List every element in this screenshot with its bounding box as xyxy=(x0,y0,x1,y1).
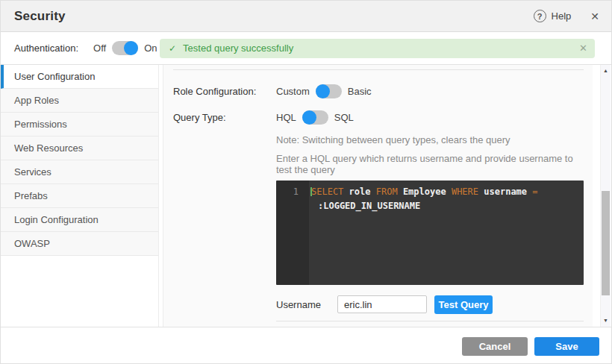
query-code-editor: 1 SELECT role FROM Employee WHERE userna… xyxy=(276,181,584,285)
save-button[interactable]: Save xyxy=(534,337,599,356)
sidebar-item-prefabs[interactable]: Prefabs xyxy=(1,184,158,208)
query-type-toggle[interactable] xyxy=(302,110,328,125)
scroll-up-icon[interactable]: ▲ xyxy=(601,66,611,75)
content-panel: Role Configuration: Custom Basic Query T… xyxy=(163,65,593,327)
sidebar: User Configuration App Roles Permissions… xyxy=(1,65,159,327)
help-icon: ? xyxy=(534,10,546,22)
toggle-knob xyxy=(302,110,316,125)
code-identifier: Employee xyxy=(403,186,446,197)
sidebar-item-label: OWASP xyxy=(14,238,50,249)
code-operator: = xyxy=(532,186,537,197)
sidebar-item-login-configuration[interactable]: Login Configuration xyxy=(1,208,158,232)
content-bottom-divider xyxy=(276,321,584,321)
code-parameter: :LOGGED_IN_USERNAME xyxy=(318,201,420,211)
authentication-off-label: Off xyxy=(93,43,106,54)
role-configuration-toggle[interactable] xyxy=(316,84,342,98)
authentication-row: Authentication: Off On ✓ Tested query su… xyxy=(1,32,611,65)
test-query-button[interactable]: Test Query xyxy=(434,295,493,314)
code-keyword: FROM xyxy=(376,186,398,197)
code-line: SELECT role FROM Employee WHERE username… xyxy=(310,185,578,199)
role-configuration-label: Role Configuration: xyxy=(173,84,276,98)
role-basic-label: Basic xyxy=(348,86,372,97)
username-input[interactable] xyxy=(337,295,427,313)
authentication-on-label: On xyxy=(144,43,157,54)
help-label: Help xyxy=(552,10,572,22)
sidebar-item-app-roles[interactable]: App Roles xyxy=(1,89,158,113)
success-banner: ✓ Tested query successfully ✕ xyxy=(160,39,595,58)
success-banner-message: Tested query successfully xyxy=(183,43,579,54)
code-identifier: role xyxy=(349,186,371,197)
code-identifier: username xyxy=(484,186,527,197)
help-button[interactable]: ? Help xyxy=(534,10,572,22)
close-icon[interactable]: ✕ xyxy=(590,10,599,22)
code-keyword: WHERE xyxy=(452,186,478,197)
footer: Cancel Save xyxy=(1,327,611,364)
sidebar-item-owasp[interactable]: OWASP xyxy=(1,232,158,256)
role-custom-label: Custom xyxy=(276,86,310,97)
query-sql-label: SQL xyxy=(334,112,354,123)
role-configuration-control: Custom Basic xyxy=(276,84,584,98)
sidebar-item-label: Login Configuration xyxy=(14,214,99,225)
sidebar-item-label: Services xyxy=(14,166,51,178)
authentication-label: Authentication: xyxy=(14,43,78,54)
success-check-icon: ✓ xyxy=(169,43,176,54)
query-note-text: Note: Switching between query types, cle… xyxy=(276,134,584,145)
banner-close-icon[interactable]: ✕ xyxy=(579,43,587,54)
code-keyword: SELECT xyxy=(311,186,343,197)
titlebar: Security ? Help ✕ xyxy=(1,1,611,32)
sidebar-item-permissions[interactable]: Permissions xyxy=(1,113,158,136)
authentication-control: Authentication: Off On xyxy=(1,41,160,55)
code-line: :LOGGED_IN_USERNAME xyxy=(310,199,578,213)
security-settings-window: Security ? Help ✕ Authentication: Off On… xyxy=(0,0,612,364)
editor-code-area[interactable]: SELECT role FROM Employee WHERE username… xyxy=(309,181,584,285)
sidebar-item-label: Prefabs xyxy=(14,190,48,201)
scroll-down-icon[interactable]: ▼ xyxy=(601,316,611,325)
toggle-knob xyxy=(124,41,138,55)
sidebar-item-user-configuration[interactable]: User Configuration xyxy=(1,65,158,89)
sidebar-item-label: Permissions xyxy=(14,119,67,130)
body: User Configuration App Roles Permissions… xyxy=(1,65,611,327)
scrollbar-thumb[interactable] xyxy=(602,191,610,295)
sidebar-item-services[interactable]: Services xyxy=(1,160,158,184)
vertical-scrollbar[interactable]: ▲ ▼ xyxy=(600,65,611,327)
toggle-knob xyxy=(316,84,330,98)
sidebar-item-label: User Configuration xyxy=(14,71,95,82)
username-row: Username Test Query xyxy=(276,295,584,314)
authentication-toggle[interactable] xyxy=(112,41,138,55)
cancel-button[interactable]: Cancel xyxy=(462,337,528,356)
sidebar-item-web-resources[interactable]: Web Resources xyxy=(1,136,158,160)
editor-line-number: 1 xyxy=(276,181,309,285)
sidebar-item-label: App Roles xyxy=(14,95,59,106)
query-hint-text: Enter a HQL query which returns username… xyxy=(276,153,584,175)
page-title: Security xyxy=(14,9,66,24)
sidebar-item-label: Web Resources xyxy=(14,142,83,154)
query-type-label: Query Type: xyxy=(173,110,276,125)
username-label: Username xyxy=(276,299,337,310)
query-type-control: HQL SQL xyxy=(276,110,584,125)
query-hql-label: HQL xyxy=(276,112,296,123)
